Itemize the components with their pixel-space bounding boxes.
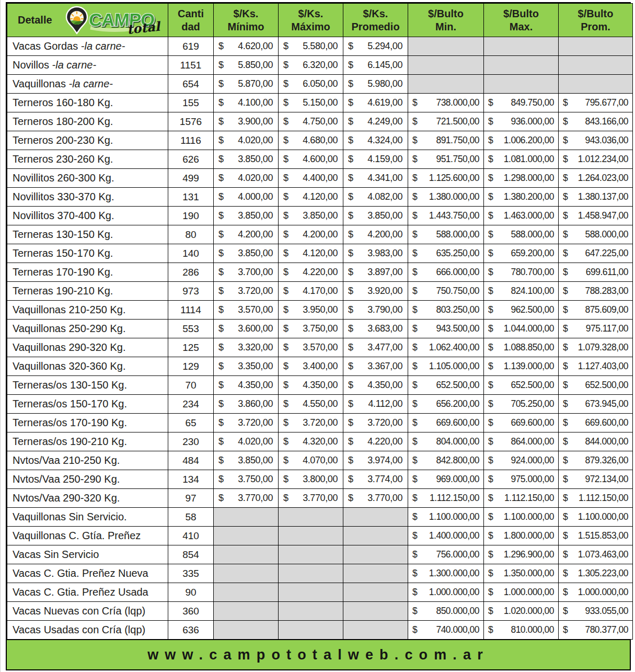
- currency-symbol: $: [488, 493, 493, 504]
- price-value: 669.600,00: [585, 417, 628, 428]
- table-row: Vaquillonas 320-360 Kg.129$3.350,00$3.40…: [7, 357, 633, 376]
- price-value: 666.000,00: [436, 267, 479, 278]
- currency-symbol: $: [348, 380, 353, 391]
- ks-prom-cell: $3.770,00: [343, 489, 408, 508]
- ks-max-cell: $4.170,00: [279, 282, 343, 301]
- price-value: 4.020,00: [238, 135, 273, 146]
- bulto-prom-cell: $843.166,00: [559, 112, 633, 131]
- currency-symbol: $: [563, 361, 568, 372]
- ks-min-cell: $3.770,00: [214, 489, 279, 508]
- currency-symbol: $: [563, 455, 568, 466]
- price-value: 4.550,00: [303, 398, 338, 409]
- price-value: 3.720,00: [303, 417, 338, 428]
- detail-cell: Novillitos 260-300 Kg.: [7, 169, 168, 188]
- ks-prom-cell: $4.200,00: [343, 225, 408, 244]
- currency-symbol: $: [563, 587, 568, 598]
- ks-min-cell: $5.850,00: [214, 56, 279, 75]
- campo-total-logo: CAMPO total: [62, 5, 167, 36]
- bulto-max-cell: $1.006.200,00: [484, 131, 559, 150]
- currency-symbol: $: [283, 41, 288, 52]
- price-value: 1.515.853,00: [578, 530, 628, 541]
- price-value: 1.100.000,00: [504, 511, 554, 522]
- price-value: 1.112.150,00: [579, 493, 628, 504]
- currency-symbol: $: [563, 493, 568, 504]
- ks-min-cell: $3.850,00: [214, 207, 279, 225]
- currency-symbol: $: [412, 436, 417, 447]
- price-value: 3.850,00: [303, 210, 338, 221]
- bulto-prom-cell: $1.458.947,00: [559, 207, 633, 225]
- currency-symbol: $: [563, 267, 568, 278]
- currency-symbol: $: [348, 323, 353, 334]
- currency-symbol: $: [218, 493, 224, 504]
- price-value: 3.850,00: [238, 455, 273, 466]
- currency-symbol: $: [488, 455, 493, 466]
- quantity-cell: 97: [168, 489, 214, 508]
- currency-symbol: $: [218, 135, 224, 146]
- price-value: 795.677,00: [585, 97, 628, 108]
- bulto-min-cell: $803.250,00: [408, 301, 484, 320]
- price-value: 3.850,00: [238, 248, 273, 259]
- currency-symbol: $: [488, 474, 493, 485]
- currency-symbol: $: [563, 154, 568, 165]
- bulto-max-cell: $924.000,00: [484, 451, 559, 470]
- currency-symbol: $: [218, 398, 224, 409]
- price-value: 1.000.000,00: [429, 587, 479, 598]
- col-header-cantidad: Cantidad: [168, 4, 214, 37]
- currency-symbol: $: [283, 436, 288, 447]
- quantity-cell: 58: [168, 508, 214, 527]
- price-value: 652.500,00: [436, 380, 479, 391]
- currency-symbol: $: [412, 304, 417, 315]
- price-value: 4.220,00: [303, 267, 338, 278]
- ks-min-cell: $4.100,00: [214, 94, 279, 112]
- bulto-prom-cell: $1.012.234,00: [559, 150, 633, 169]
- price-value: 975.117,00: [586, 323, 628, 334]
- currency-symbol: $: [283, 304, 288, 315]
- bulto-prom-cell: $647.225,00: [559, 244, 633, 263]
- price-value: 3.950,00: [303, 304, 338, 315]
- currency-symbol: $: [218, 436, 224, 447]
- bulto-max-cell: $1.296.900,00: [484, 545, 559, 564]
- bulto-max-cell: $1.044.000,00: [484, 320, 559, 338]
- currency-symbol: $: [563, 135, 568, 146]
- currency-symbol: $: [283, 361, 288, 372]
- price-value: 4.200,00: [367, 229, 402, 240]
- detail-cell: Nvtos/Vaa 250-290 Kg.: [7, 470, 168, 489]
- bulto-min-cell: $1.125.600,00: [408, 169, 484, 188]
- currency-symbol: $: [412, 624, 417, 635]
- price-value: 962.500,00: [511, 304, 554, 315]
- currency-symbol: $: [348, 173, 353, 184]
- price-value: 824.100,00: [511, 286, 554, 297]
- bulto-min-cell: [408, 37, 484, 56]
- table-row: Vaquillonas C. Gtía. Preñez410$1.400.000…: [7, 527, 633, 545]
- bulto-min-cell: $1.380.000,00: [408, 188, 484, 207]
- currency-symbol: $: [563, 304, 568, 315]
- quantity-cell: 140: [168, 244, 214, 263]
- ks-min-cell: $4.020,00: [214, 432, 279, 451]
- currency-symbol: $: [412, 323, 417, 334]
- currency-symbol: $: [283, 135, 288, 146]
- currency-symbol: $: [348, 229, 353, 240]
- price-value: 669.600,00: [436, 417, 479, 428]
- currency-symbol: $: [348, 398, 353, 409]
- price-value: 843.166,00: [585, 116, 628, 127]
- ks-prom-cell: $3.790,00: [343, 301, 408, 320]
- quantity-cell: 134: [168, 470, 214, 489]
- bulto-max-cell: $652.500,00: [484, 376, 559, 395]
- quantity-cell: 70: [168, 376, 214, 395]
- price-value: 1.443.750,00: [429, 210, 479, 221]
- price-value: 943.500,00: [436, 323, 479, 334]
- bulto-max-cell: $1.000.000,00: [484, 583, 559, 602]
- bulto-max-cell: $1.380.200,00: [484, 188, 559, 207]
- price-value: 4.200,00: [238, 229, 273, 240]
- price-value: 6.050,00: [303, 78, 338, 89]
- price-value: 1.298.000,00: [504, 173, 554, 184]
- ks-prom-cell: $3.477,00: [343, 338, 408, 357]
- bulto-max-cell: $659.200,00: [484, 244, 559, 263]
- ks-max-cell: $4.070,00: [279, 451, 343, 470]
- currency-symbol: $: [283, 417, 288, 428]
- price-value: 588.000,00: [511, 229, 554, 240]
- ks-max-cell: $3.720,00: [279, 414, 343, 432]
- bulto-prom-cell: $972.134,00: [559, 470, 633, 489]
- bulto-prom-cell: $673.945,00: [559, 395, 633, 414]
- quantity-cell: 1576: [168, 112, 214, 131]
